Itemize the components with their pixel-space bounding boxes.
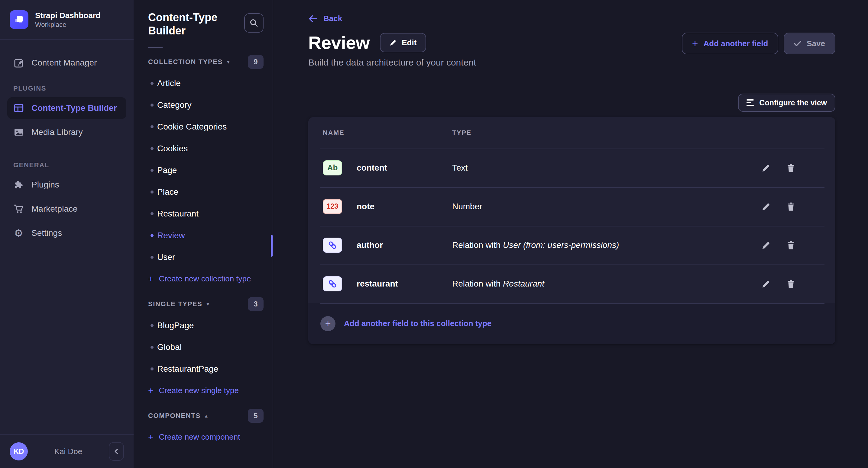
sidebar-item-media-library[interactable]: Media Library xyxy=(7,122,126,143)
subnav-item[interactable]: Place xyxy=(133,181,273,203)
plus-icon: + xyxy=(148,274,154,283)
subnav-section-label: COMPONENTS xyxy=(148,412,201,420)
collapse-sidebar-button[interactable] xyxy=(109,442,124,461)
page-subtitle: Build the data architecture of your cont… xyxy=(308,57,835,68)
subnav-section: SINGLE TYPES ▾ 3 BlogPage Global Restaur… xyxy=(133,294,273,402)
table-header: NAME TYPE xyxy=(308,117,835,148)
add-field-footer-button[interactable]: + Add another field to this collection t… xyxy=(308,303,835,344)
add-another-field-button[interactable]: + Add another field xyxy=(682,33,779,54)
subnav-item[interactable]: BlogPage xyxy=(133,314,273,336)
settings-icon: ⚙ xyxy=(13,228,24,238)
configure-label: Configure the view xyxy=(759,98,827,107)
main-sidebar: Strapi Dashboard Workplace Content Manag… xyxy=(0,0,133,468)
back-link[interactable]: Back xyxy=(308,14,342,23)
subnav-item[interactable]: Review xyxy=(133,225,273,246)
subnav-section-label: COLLECTION TYPES xyxy=(148,58,223,66)
chevron-icon: ▴ xyxy=(205,412,208,419)
field-type-icon: Ab xyxy=(323,160,342,175)
sidebar-section-plugins: PLUGINS xyxy=(13,85,120,92)
delete-field-button[interactable] xyxy=(786,279,796,289)
subnav-item-label: Restaurant xyxy=(157,209,198,219)
subnav-scrollbar-thumb[interactable] xyxy=(271,235,273,257)
subnav-item[interactable]: Cookies xyxy=(133,138,273,159)
subnav-item[interactable]: Page xyxy=(133,159,273,181)
chevron-icon: ▾ xyxy=(207,301,209,307)
create-new-link[interactable]: + Create new collection type xyxy=(133,268,273,290)
bullet-icon xyxy=(151,169,154,172)
subnav-item[interactable]: User xyxy=(133,246,273,268)
row-actions xyxy=(762,163,821,173)
field-type: Number xyxy=(452,202,762,211)
delete-field-button[interactable] xyxy=(786,202,796,211)
edit-field-button[interactable] xyxy=(762,163,771,173)
workspace-name: Workplace xyxy=(35,21,101,29)
create-new-label: Create new single type xyxy=(159,386,239,395)
row-actions xyxy=(762,279,821,289)
create-new-link[interactable]: + Create new component xyxy=(133,426,273,448)
subnav-section-header[interactable]: COMPONENTS ▴ 5 xyxy=(133,405,273,426)
bullet-icon xyxy=(151,367,154,370)
subnav-list: Article Category Cookie Categories Cooki… xyxy=(133,72,273,268)
bullet-icon xyxy=(151,346,154,349)
subnav-item[interactable]: Cookie Categories xyxy=(133,116,273,138)
sidebar-item-settings[interactable]: ⚙ Settings xyxy=(7,222,126,244)
sidebar-item-label: Content-Type Builder xyxy=(31,103,117,113)
field-name: note xyxy=(356,202,374,211)
sidebar-section-general: GENERAL xyxy=(13,161,120,169)
main-content: Back Review Edit Build the data architec… xyxy=(273,0,868,468)
fields-table: NAME TYPE Ab content Text 123 note Numbe… xyxy=(308,117,835,344)
pencil-icon xyxy=(762,202,771,211)
field-name-cell: 123 note xyxy=(323,199,452,214)
search-button[interactable] xyxy=(244,13,264,33)
sidebar-item-label: Plugins xyxy=(31,180,59,190)
subnav-item[interactable]: RestaurantPage xyxy=(133,358,273,380)
plus-icon: + xyxy=(692,38,698,48)
trash-icon xyxy=(786,202,796,211)
subnav-section: COLLECTION TYPES ▾ 9 Article Category Co… xyxy=(133,51,273,290)
pencil-icon xyxy=(390,39,397,46)
relation-link-icon xyxy=(328,279,337,288)
workspace-switcher[interactable]: Strapi Dashboard Workplace xyxy=(0,0,133,40)
subnav-item-label: Page xyxy=(157,165,177,175)
subnav-item-label: User xyxy=(157,253,175,262)
sidebar-nav: Content Manager PLUGINS Content-Type Bui… xyxy=(0,40,133,434)
create-new-link[interactable]: + Create new single type xyxy=(133,380,273,402)
subnav-item[interactable]: Global xyxy=(133,336,273,358)
delete-field-button[interactable] xyxy=(786,163,796,173)
edit-field-button[interactable] xyxy=(762,202,771,211)
field-name: content xyxy=(356,163,387,173)
configure-view-button[interactable]: Configure the view xyxy=(738,94,835,112)
save-label: Save xyxy=(807,39,825,48)
edit-field-button[interactable] xyxy=(762,240,771,250)
app-title: Strapi Dashboard xyxy=(35,10,101,21)
subnav-item[interactable]: Restaurant xyxy=(133,203,273,225)
bullet-icon xyxy=(151,234,154,237)
subnav-item[interactable]: Article xyxy=(133,72,273,94)
subnav-item-label: BlogPage xyxy=(157,321,194,330)
subnav-item-label: Global xyxy=(157,342,182,352)
strapi-logo-icon xyxy=(10,10,28,29)
field-type: Relation with User (from: users-permissi… xyxy=(452,240,762,250)
field-name-cell: Ab content xyxy=(323,160,452,175)
count-badge: 5 xyxy=(248,409,264,423)
trash-icon xyxy=(786,240,796,250)
sidebar-item-content-manager[interactable]: Content Manager xyxy=(7,52,126,74)
subnav-sections: COLLECTION TYPES ▾ 9 Article Category Co… xyxy=(133,51,273,448)
subnav-section-header[interactable]: COLLECTION TYPES ▾ 9 xyxy=(133,51,273,72)
save-button[interactable]: Save xyxy=(784,33,835,54)
delete-field-button[interactable] xyxy=(786,240,796,250)
subnav-section-label: SINGLE TYPES xyxy=(148,300,202,308)
edit-button[interactable]: Edit xyxy=(380,33,426,52)
subnav-section-header[interactable]: SINGLE TYPES ▾ 3 xyxy=(133,294,273,314)
field-name: restaurant xyxy=(356,279,398,289)
field-type: Text xyxy=(452,163,762,173)
subnav-item[interactable]: Category xyxy=(133,94,273,116)
field-name-cell: author xyxy=(323,238,452,253)
sidebar-item-plugins[interactable]: Plugins xyxy=(7,174,126,196)
column-header-name: NAME xyxy=(323,129,452,137)
configure-icon xyxy=(746,99,754,106)
sidebar-item-content-type-builder[interactable]: Content-Type Builder xyxy=(7,97,126,119)
sidebar-item-marketplace[interactable]: Marketplace xyxy=(7,198,126,220)
edit-field-button[interactable] xyxy=(762,279,771,289)
subnav-item-label: Cookies xyxy=(157,144,188,154)
